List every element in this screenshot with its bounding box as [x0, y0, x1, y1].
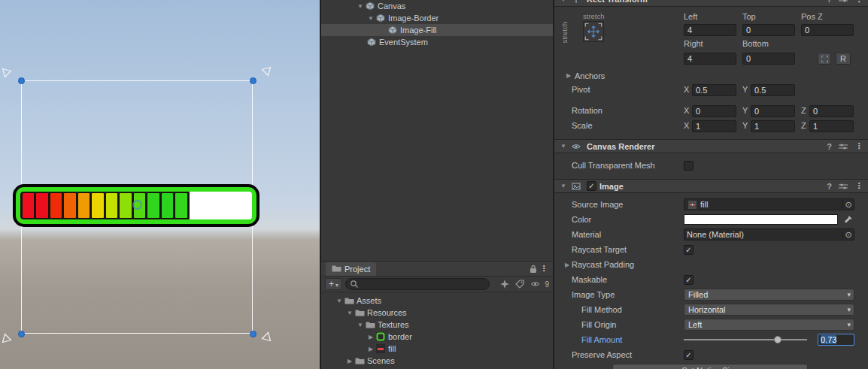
fill-method-value: Horizontal — [688, 305, 726, 314]
tree-item-textures[interactable]: Textures — [321, 319, 553, 331]
blueprint-mode-button[interactable] — [818, 53, 831, 65]
foldout-closed-icon[interactable] — [366, 334, 375, 340]
foldout-open-icon[interactable] — [559, 183, 568, 189]
component-menu-icon[interactable] — [854, 141, 863, 151]
project-menu-icon[interactable] — [539, 264, 548, 274]
scale-z-field[interactable]: 1 — [809, 120, 854, 132]
object-picker-icon[interactable]: ⊙ — [842, 230, 854, 240]
hierarchy-item-canvas[interactable]: Canvas — [321, 0, 553, 12]
rect-handle-bottom-right[interactable] — [250, 331, 256, 337]
create-asset-button[interactable]: + — [325, 278, 342, 290]
foldout-open-icon[interactable] — [356, 3, 365, 10]
fill-amount-slider-handle[interactable] — [774, 336, 782, 343]
raw-edit-mode-button[interactable]: R — [836, 53, 851, 65]
maskable-checkbox[interactable] — [684, 275, 693, 285]
right-field[interactable]: 4 — [684, 53, 736, 65]
fill-amount-value: 0.73 — [821, 335, 836, 344]
tree-item-scenes[interactable]: Scenes — [321, 355, 553, 367]
tree-item-assets[interactable]: Assets — [321, 295, 553, 307]
raycast-target-checkbox[interactable] — [684, 245, 693, 255]
color-swatch[interactable] — [684, 214, 838, 225]
rect-handle-top-left[interactable] — [18, 77, 25, 84]
image-enabled-checkbox[interactable] — [587, 181, 596, 191]
fill-origin-dropdown[interactable]: Left — [684, 319, 854, 331]
preserve-aspect-label: Preserve Aspect — [572, 350, 684, 359]
foldout-closed-icon[interactable] — [563, 262, 572, 268]
fill-amount-slider[interactable] — [684, 334, 813, 346]
component-title: Rect Transform — [587, 0, 648, 4]
rotation-y-field[interactable]: 0 — [751, 105, 795, 117]
anchor-handle-bottom-right-icon[interactable] — [260, 331, 272, 342]
top-field[interactable]: 0 — [742, 24, 795, 36]
healthbar-segment — [78, 193, 90, 218]
anchor-handle-top-left-icon[interactable] — [2, 68, 13, 79]
pivot-gizmo-icon[interactable] — [132, 200, 142, 210]
healthbar-segment — [23, 193, 34, 218]
preset-icon[interactable] — [839, 0, 848, 3]
pivot-y-field[interactable]: 0.5 — [751, 84, 795, 96]
rect-handle-bottom-left[interactable] — [18, 331, 25, 337]
cull-transparent-mesh-checkbox[interactable] — [684, 161, 693, 171]
posz-field[interactable]: 0 — [801, 24, 854, 36]
rect-handle-top-right[interactable] — [250, 77, 256, 84]
lock-icon[interactable] — [527, 265, 539, 274]
image-type-dropdown[interactable]: Filled — [684, 289, 854, 301]
rotation-z-field[interactable]: 0 — [809, 105, 854, 117]
project-search-input[interactable] — [361, 280, 481, 289]
foldout-open-icon[interactable] — [345, 310, 354, 316]
preset-icon[interactable] — [839, 183, 848, 190]
hierarchy-item-image-border[interactable]: Image-Border — [321, 12, 553, 24]
project-tab[interactable]: Project — [326, 262, 376, 276]
foldout-closed-icon[interactable] — [564, 72, 573, 79]
source-image-field[interactable]: fill ⊙ — [684, 198, 854, 210]
canvas-renderer-header[interactable]: Canvas Renderer — [554, 139, 868, 153]
fill-method-dropdown[interactable]: Horizontal — [684, 304, 854, 316]
preset-icon[interactable] — [839, 143, 848, 150]
scale-x-field[interactable]: 1 — [692, 120, 736, 132]
help-icon[interactable] — [827, 0, 832, 4]
tree-item-fill[interactable]: fill — [321, 343, 553, 355]
help-icon[interactable] — [827, 182, 832, 191]
folder-icon — [354, 357, 365, 365]
foldout-open-icon[interactable] — [356, 322, 365, 328]
fill-method-label: Fill Method — [581, 305, 684, 314]
healthbar-segment — [36, 193, 47, 218]
axis-y-label: Y — [742, 121, 748, 130]
set-native-size-button[interactable]: Set Native Size — [612, 364, 808, 369]
package-visibility-icon[interactable] — [529, 280, 541, 289]
material-field[interactable]: None (Material) ⊙ — [684, 228, 854, 240]
hierarchy-item-image-fill[interactable]: Image-Fill — [321, 24, 553, 36]
fill-amount-field[interactable]: 0.73 — [818, 334, 854, 346]
scale-y-field[interactable]: 1 — [751, 120, 795, 132]
foldout-open-icon[interactable] — [559, 143, 568, 150]
image-header[interactable]: Image — [554, 179, 868, 193]
bottom-field[interactable]: 0 — [742, 53, 795, 65]
anchor-preset-icon[interactable] — [583, 21, 604, 42]
preserve-aspect-checkbox[interactable] — [684, 350, 693, 360]
foldout-closed-icon[interactable] — [366, 346, 375, 352]
tree-item-border[interactable]: border — [321, 331, 553, 343]
rotation-x-field[interactable]: 0 — [692, 105, 736, 117]
tree-item-resources[interactable]: Resources — [321, 307, 553, 319]
filter-label-icon[interactable] — [514, 280, 526, 289]
component-menu-icon[interactable] — [854, 181, 863, 191]
eyedropper-icon[interactable] — [842, 213, 854, 225]
help-icon[interactable] — [827, 142, 832, 151]
foldout-open-icon[interactable] — [366, 15, 375, 22]
anchor-handle-bottom-left-icon[interactable] — [2, 332, 13, 343]
foldout-open-icon[interactable] — [559, 0, 568, 3]
hierarchy-item-eventsystem[interactable]: EventSystem — [321, 36, 553, 48]
filter-type-icon[interactable] — [499, 280, 511, 289]
object-picker-icon[interactable]: ⊙ — [842, 200, 854, 210]
scene-view[interactable] — [0, 0, 320, 369]
anchor-handle-top-right-icon[interactable] — [260, 66, 272, 77]
foldout-closed-icon[interactable] — [345, 358, 354, 364]
left-field[interactable]: 4 — [684, 24, 736, 36]
foldout-open-icon[interactable] — [335, 298, 344, 304]
project-tab-label: Project — [344, 265, 370, 274]
project-search[interactable] — [345, 278, 490, 290]
pivot-x-field[interactable]: 0.5 — [692, 84, 736, 96]
hierarchy-item-label: EventSystem — [379, 38, 428, 47]
texture-border-icon — [375, 332, 386, 341]
component-menu-icon[interactable] — [854, 0, 863, 5]
